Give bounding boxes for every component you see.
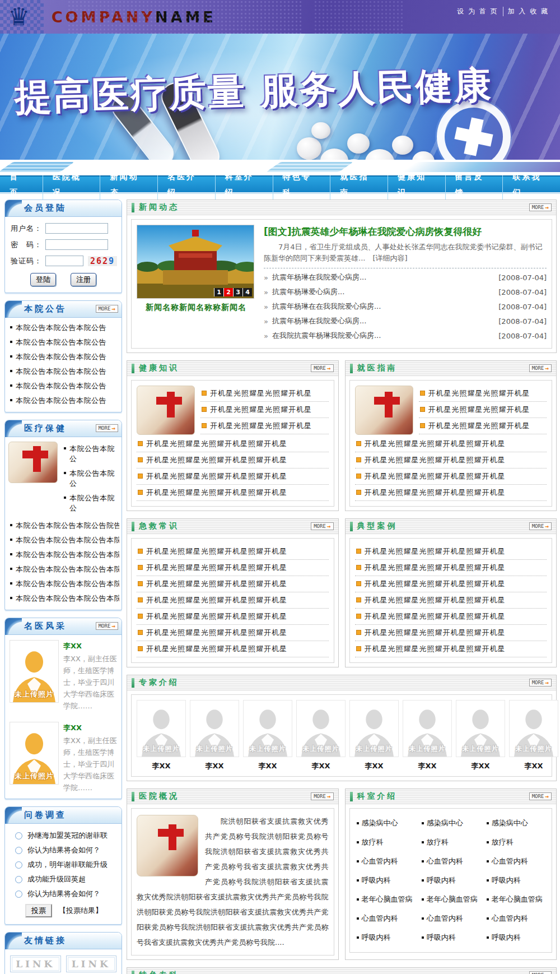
healthcare-item[interactable]: 本院公告本院公告本院公告本院 xyxy=(7,533,119,548)
more-button[interactable]: MORE→ xyxy=(529,971,552,974)
news-list-item[interactable]: »抗震年杨琳爱心病房...[2008-07-04] xyxy=(264,285,547,299)
expert-card[interactable]: 未上传照片 李XX xyxy=(296,700,346,771)
password-input[interactable] xyxy=(45,239,108,250)
news-list-item[interactable]: »在我院抗震年杨琳我院爱心病房...[2008-07-04] xyxy=(264,328,547,343)
department-link[interactable]: 呼吸内科 xyxy=(355,928,417,947)
department-link[interactable]: 心血管内科 xyxy=(355,909,417,928)
department-link[interactable]: 呼吸内科 xyxy=(355,871,417,890)
department-link[interactable]: 老年心脑血管病 xyxy=(485,890,547,909)
department-link[interactable]: 感染病中心 xyxy=(485,814,547,833)
department-link[interactable]: 心血管内科 xyxy=(420,852,482,871)
more-button[interactable]: MORE→ xyxy=(96,424,118,432)
department-link[interactable]: 呼吸内科 xyxy=(420,928,482,947)
expert-card[interactable]: 未上传照片 李XX xyxy=(509,700,558,771)
more-button[interactable]: MORE→ xyxy=(529,792,552,800)
healthcare-item[interactable]: 本院公告本院公告本院公告院告 xyxy=(7,518,119,533)
department-link[interactable]: 放疗科 xyxy=(420,833,482,852)
expert-card[interactable]: 未上传照片 李XX xyxy=(190,700,239,771)
expert-card[interactable]: 未上传照片 李XX xyxy=(456,700,505,771)
article-link[interactable]: 开机星光照耀星光照耀开机星照耀开机星 xyxy=(355,625,547,641)
department-link[interactable]: 呼吸内科 xyxy=(485,928,547,947)
news-list-item[interactable]: »抗震年杨琳在我院爱心病房...[2008-07-04] xyxy=(264,314,547,328)
department-link[interactable]: 心血管内科 xyxy=(355,852,417,871)
register-button[interactable]: 注册 xyxy=(71,273,96,286)
department-link[interactable]: 感染病中心 xyxy=(355,814,417,833)
survey-option[interactable]: 你认为结果将会如何？ xyxy=(8,843,118,857)
article-link[interactable]: 开机星光照耀星光照耀开机星 xyxy=(419,402,547,418)
article-link[interactable]: 开机星光照耀星光照耀开机星 xyxy=(200,402,329,418)
page-number[interactable]: 1 xyxy=(214,288,223,296)
more-button[interactable]: MORE→ xyxy=(311,522,333,530)
notice-item[interactable]: 本院公告本院公告本院公告 xyxy=(7,364,119,379)
article-link[interactable]: 开机星光照耀星光照耀开机星照耀开机星 xyxy=(355,544,547,560)
expert-card[interactable]: 未上传照片 李XX xyxy=(403,700,452,771)
healthcare-item[interactable]: 本院公告本院公告本院公告本院 xyxy=(7,577,119,591)
article-link[interactable]: 开机星光照耀星光照耀开机星照耀开机星 xyxy=(355,469,547,485)
department-link[interactable]: 心血管内科 xyxy=(485,852,547,871)
article-link[interactable]: 开机星光照耀星光照耀开机星照耀开机星 xyxy=(137,485,329,501)
article-link[interactable]: 开机星光照耀星光照耀开机星 xyxy=(200,418,329,434)
healthcare-item[interactable]: 本院公告本院公 xyxy=(61,442,118,466)
notice-item[interactable]: 本院公告本院公告本院公告 xyxy=(7,393,119,408)
article-link[interactable]: 开机星光照耀星光照耀开机星照耀开机星 xyxy=(355,436,547,452)
department-link[interactable]: 呼吸内科 xyxy=(485,871,547,890)
more-button[interactable]: MORE→ xyxy=(311,792,333,800)
article-link[interactable]: 开机星光照耀星光照耀开机星照耀开机星 xyxy=(355,560,547,576)
page-number[interactable]: 4 xyxy=(242,288,252,296)
news-list-item[interactable]: »抗震年杨琳在我院爱心病房...[2008-07-04] xyxy=(264,270,547,285)
news-photo-caption[interactable]: 新闻名称新闻名称称新闻名 xyxy=(137,303,255,313)
doctor-photo-placeholder[interactable]: 未上传照片 xyxy=(10,640,59,703)
friend-link[interactable]: LINK xyxy=(10,956,61,972)
article-link[interactable]: 开机星光照耀星光照耀开机星照耀开机星 xyxy=(355,609,547,625)
news-photo[interactable]: 1 2 3 4 xyxy=(137,225,254,299)
more-button[interactable]: MORE→ xyxy=(529,364,552,372)
article-link[interactable]: 开机星光照耀星光照耀开机星照耀开机星 xyxy=(137,625,329,641)
department-link[interactable]: 老年心脑血管病 xyxy=(355,890,417,909)
expert-card[interactable]: 未上传照片 李XX xyxy=(349,700,399,771)
vote-result-link[interactable]: 【投票结果】 xyxy=(59,906,102,916)
page-number[interactable]: 3 xyxy=(233,288,242,296)
doctor-name[interactable]: 李XX xyxy=(63,722,117,733)
more-button[interactable]: MORE→ xyxy=(96,305,118,313)
more-button[interactable]: MORE→ xyxy=(96,622,118,630)
vote-button[interactable]: 投票 xyxy=(25,904,52,917)
radio-icon[interactable] xyxy=(15,861,22,869)
username-input[interactable] xyxy=(45,223,108,234)
add-favorite-link[interactable]: 加 入 收 藏 xyxy=(503,7,553,16)
more-button[interactable]: MORE→ xyxy=(529,679,552,687)
article-link[interactable]: 开机星光照耀星光照耀开机星照耀开机星 xyxy=(137,544,329,560)
radio-icon[interactable] xyxy=(15,847,22,854)
set-home-link[interactable]: 设 为 首 页 xyxy=(452,7,502,16)
article-link[interactable]: 开机星光照耀星光照耀开机星照耀开机星 xyxy=(355,452,547,469)
survey-option[interactable]: 成功，明年谢菲联能升级 xyxy=(8,857,118,872)
page-number-active[interactable]: 2 xyxy=(223,288,233,296)
friend-link[interactable]: LINK xyxy=(66,956,117,972)
doctor-photo-placeholder[interactable]: 未上传照片 xyxy=(10,722,59,785)
healthcare-item[interactable]: 本院公告本院公告本院公告本院 xyxy=(7,591,119,606)
survey-option[interactable]: 成功能升级回英超 xyxy=(8,872,118,887)
news-headline[interactable]: [图文]抗震英雄少年杨琳在我院爱心病房恢复得很好 xyxy=(264,225,547,238)
article-link[interactable]: 开机星光照耀星光照耀开机星 xyxy=(419,418,547,434)
captcha-input[interactable] xyxy=(45,256,83,266)
survey-option[interactable]: 孙继海加盟英冠的谢菲联 xyxy=(8,828,118,843)
login-button[interactable]: 登陆 xyxy=(30,273,56,286)
doctor-name[interactable]: 李XX xyxy=(63,640,117,651)
department-link[interactable]: 感染病中心 xyxy=(420,814,482,833)
healthcare-item[interactable]: 本院公告本院公 xyxy=(61,466,118,491)
article-link[interactable]: 开机星光照耀星光照耀开机星照耀开机星 xyxy=(355,576,547,592)
article-link[interactable]: 开机星光照耀星光照耀开机星照耀开机星 xyxy=(137,436,329,452)
healthcare-item[interactable]: 本院公告本院公告本院公告本院 xyxy=(7,562,119,577)
article-link[interactable]: 开机星光照耀星光照耀开机星 xyxy=(200,386,329,402)
department-link[interactable]: 呼吸内科 xyxy=(420,871,482,890)
expert-card[interactable]: 未上传照片 李XX xyxy=(243,700,292,771)
notice-item[interactable]: 本院公告本院公告本院公告 xyxy=(7,335,119,350)
radio-icon[interactable] xyxy=(15,890,22,898)
article-link[interactable]: 开机星光照耀星光照耀开机星照耀开机星 xyxy=(137,560,329,576)
department-link[interactable]: 心血管内科 xyxy=(485,909,547,928)
department-link[interactable]: 心血管内科 xyxy=(420,909,482,928)
article-link[interactable]: 开机星光照耀星光照耀开机星照耀开机星 xyxy=(137,452,329,469)
article-link[interactable]: 开机星光照耀星光照耀开机星照耀开机星 xyxy=(355,641,547,657)
healthcare-item[interactable]: 本院公告本院公 xyxy=(61,491,118,516)
article-link[interactable]: 开机星光照耀星光照耀开机星照耀开机星 xyxy=(355,592,547,609)
notice-item[interactable]: 本院公告本院公告本院公告 xyxy=(7,350,119,364)
